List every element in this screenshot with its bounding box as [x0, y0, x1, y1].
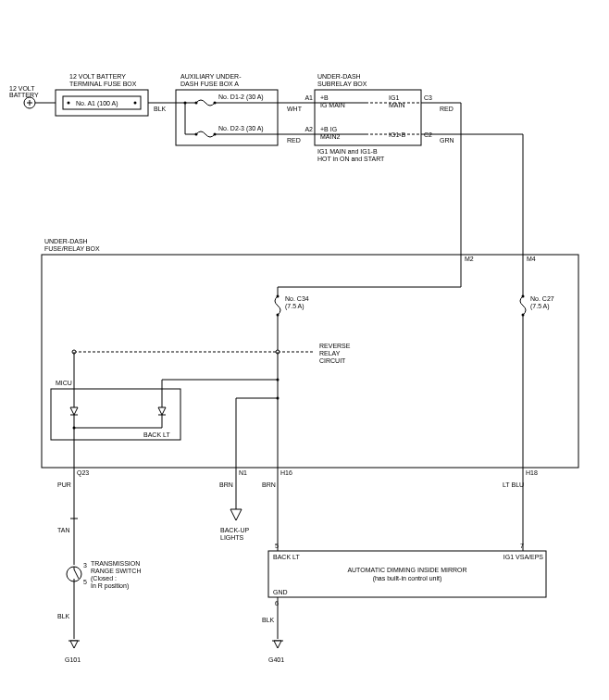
mirror-title-2: (has built-in control unit): [373, 575, 442, 582]
wire-blk-1: BLK: [154, 106, 167, 112]
subrelay-note-2: HOT in ON and START: [317, 156, 385, 162]
micu-label: MICU: [56, 380, 72, 386]
ground-g401-icon: [274, 641, 281, 648]
svg-point-54: [277, 379, 280, 381]
pin-q23: Q23: [77, 469, 89, 477]
pin-m2: M2: [465, 256, 474, 262]
mirror-pin-7: 7: [520, 543, 524, 549]
svg-point-10: [195, 102, 198, 105]
trans-pin-5: 5: [83, 579, 87, 585]
aux-title-2: DASH FUSE BOX A: [180, 81, 239, 87]
wire-blk-2: BLK: [57, 613, 70, 619]
arrow-down-icon: [230, 509, 242, 520]
mirror-pin-5: 5: [275, 543, 279, 549]
g401-label: G401: [268, 656, 284, 663]
frb-title-1: UNDER-DASH: [44, 238, 88, 244]
rev-relay-2: RELAY: [319, 350, 341, 356]
wire-brn: BRN: [219, 481, 233, 488]
fuse-c27-label: No. C27: [530, 295, 554, 302]
frb-title-2: FUSE/RELAY BOX: [44, 245, 100, 252]
battery-label-2: BATTERY: [9, 92, 39, 98]
mirror-lab-7: IG1 VSA/EPS: [503, 554, 544, 560]
rev-relay-1: REVERSE: [319, 343, 351, 349]
wire-ltblu: LT BLU: [503, 481, 524, 488]
micu-backlt: BACK LT: [143, 431, 170, 438]
ground-g101-icon: [70, 641, 78, 648]
fuse-d1-2-label: No. D1-2 (30 A): [218, 94, 264, 101]
wire-pur: PUR: [57, 481, 71, 488]
subrelay-title-2: SUBRELAY BOX: [317, 81, 367, 87]
fuse-c34-label: No. C34: [285, 295, 309, 302]
aux-title-1: AUXILIARY UNDER-: [180, 73, 242, 80]
lab-ig1b: IG1-B: [389, 131, 406, 138]
wire-brn-2: BRN: [262, 481, 276, 488]
trans-label-3: (Closed :: [91, 575, 117, 582]
lab-bigmain-2: +B IG: [320, 126, 337, 132]
trans-label-4: In R position): [91, 582, 129, 590]
wire-blk-3: BLK: [262, 617, 275, 623]
svg-point-30: [277, 295, 280, 298]
batt-box-title-2: TERMINAL FUSE BOX: [69, 81, 137, 87]
mirror-title-1: AUTOMATIC DIMMING INSIDE MIRROR: [347, 567, 466, 573]
battery-label-1: 12 VOLT: [9, 85, 35, 92]
wire-wht: WHT: [287, 106, 303, 112]
pin-m4: M4: [527, 256, 536, 262]
svg-point-4: [134, 102, 137, 105]
batt-box-title-1: 12 VOLT BATTERY: [69, 73, 126, 80]
lab-ig1main-a: IG1: [389, 94, 399, 101]
svg-point-51: [73, 427, 76, 430]
lab-ig1main-b: MAIN: [389, 102, 405, 108]
rev-relay-3: CIRCUIT: [319, 357, 346, 364]
fuse-d2-3-label: No. D2-3 (30 A): [218, 125, 264, 132]
pin-a2: A2: [304, 126, 313, 132]
wire-tan: TAN: [57, 527, 69, 533]
mirror-gnd: GND: [273, 589, 288, 595]
g101-label: G101: [65, 656, 81, 663]
svg-point-14: [195, 133, 198, 136]
subrelay-note-1: IG1 MAIN and IG1-B: [317, 148, 378, 155]
fuse-a1-label: No. A1 (100 A): [76, 100, 118, 107]
subrelay-title-1: UNDER-DASH: [317, 73, 361, 80]
pin-c3: C3: [424, 94, 432, 101]
backup-lights-2: LIGHTS: [220, 534, 244, 541]
trans-label-2: RANGE SWITCH: [91, 568, 141, 574]
pin-n1: N1: [239, 469, 247, 476]
pin-a1: A1: [304, 94, 313, 101]
wire-red-1: RED: [287, 137, 301, 144]
svg-point-3: [68, 102, 70, 105]
trans-label-1: TRANSMISSION: [91, 560, 140, 567]
fuse-c27-amp: (7.5 A): [530, 303, 550, 310]
fuse-c34-amp: (7.5 A): [285, 303, 304, 310]
pin-h16: H16: [280, 469, 292, 476]
trans-pin-3: 3: [83, 562, 87, 569]
backup-lights-1: BACK-UP: [220, 527, 249, 533]
wire-grn: GRN: [440, 137, 454, 144]
svg-point-34: [522, 295, 525, 298]
lab-bigmain-1: +B: [320, 94, 329, 101]
pin-h18: H18: [526, 469, 538, 476]
wire-red-2: RED: [440, 106, 454, 112]
mirror-lab-5: BACK LT: [273, 554, 300, 560]
